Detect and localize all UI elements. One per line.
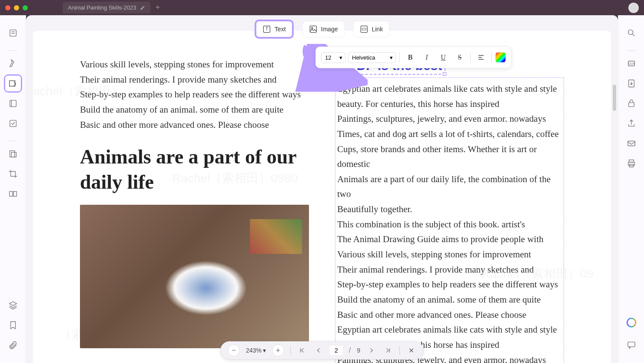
text-format-bar: 12▾ Helvetica▾ B I U S (315, 47, 511, 68)
redact-tool[interactable] (4, 145, 22, 163)
protect-button[interactable] (622, 94, 641, 113)
svg-rect-3 (9, 81, 15, 87)
title-bar: Animal Painting Skills-2023 + (0, 0, 644, 15)
body-line: Step-by-step examples to help readers se… (337, 277, 562, 292)
document-tab[interactable]: Animal Painting Skills-2023 (63, 2, 150, 13)
svg-point-14 (311, 27, 312, 29)
close-bar-button[interactable]: ✕ (406, 345, 416, 356)
email-button[interactable] (622, 134, 641, 153)
page-view[interactable]: Rachel（索相田） Rachel（索相田）0980 （索相田） Rachel… (33, 31, 611, 363)
prev-page-button[interactable] (313, 345, 324, 356)
svg-rect-26 (629, 160, 634, 163)
left-column: Various skill levels, stepping stones fo… (80, 57, 309, 363)
article-image (80, 205, 309, 348)
annotate-tool[interactable] (4, 54, 22, 73)
form-tool[interactable] (4, 114, 22, 133)
current-page-input[interactable] (330, 346, 343, 355)
svg-rect-24 (628, 103, 634, 107)
search-button[interactable] (622, 24, 641, 42)
body-line: Build the anatomy of an animal. some of … (337, 292, 562, 307)
last-page-button[interactable] (383, 345, 393, 356)
new-tab-button[interactable]: + (156, 3, 160, 12)
svg-rect-11 (263, 26, 270, 33)
tab-title: Animal Painting Skills-2023 (68, 4, 136, 11)
body-line: Various skill levels, stepping stones fo… (80, 57, 309, 72)
user-avatar[interactable] (628, 3, 639, 13)
vertical-scrollbar[interactable] (613, 85, 616, 111)
attachment-button[interactable] (4, 336, 22, 354)
edit-text-tool[interactable] (4, 74, 22, 93)
window-controls (5, 5, 28, 10)
svg-line-20 (632, 34, 634, 37)
body-line: Step-by-step examples to help readers se… (80, 87, 309, 102)
ocr-button[interactable]: OCR (622, 54, 641, 73)
zoom-level[interactable]: 243%▾ (246, 347, 266, 354)
total-pages: 9 (357, 347, 360, 354)
link-mode-label: Link (372, 26, 383, 33)
reader-tool[interactable] (4, 24, 22, 42)
body-line: Their animal renderings. I provide many … (80, 72, 309, 87)
body-line: This combination is the subject of this … (337, 217, 562, 232)
print-button[interactable] (622, 154, 641, 173)
page-nav-bar: − 243%▾ + / 9 ✕ (220, 341, 424, 360)
right-column: UPDF is the best Egyptian art celebrates… (335, 57, 564, 363)
bold-button[interactable]: B (403, 50, 417, 64)
svg-rect-10 (13, 192, 16, 196)
next-page-button[interactable] (366, 345, 377, 356)
editable-text-block[interactable]: Egyptian art celebrates animals like cat… (335, 77, 564, 363)
link-mode-button[interactable]: Link (353, 21, 389, 37)
svg-rect-23 (628, 80, 634, 87)
svg-rect-13 (310, 26, 316, 33)
body-line: Egyptian art celebrates animals like cat… (337, 81, 562, 97)
zoom-in-button[interactable]: + (272, 344, 284, 356)
text-mode-button[interactable]: T Text (255, 20, 294, 39)
link-icon (359, 25, 368, 33)
image-mode-button[interactable]: Image (302, 21, 345, 37)
body-line: Build the anatomy of an animal. some of … (80, 102, 309, 117)
svg-rect-30 (627, 342, 635, 347)
font-size-select[interactable]: 12▾ (321, 52, 345, 63)
content-area: T Text Image Link 12▾ Helvetica▾ B I U S (26, 15, 618, 363)
svg-rect-7 (10, 151, 14, 157)
strikethrough-button[interactable]: S (453, 50, 467, 64)
compare-tool[interactable] (4, 185, 22, 203)
convert-button[interactable] (622, 74, 641, 93)
image-icon (309, 25, 318, 33)
text-color-button[interactable] (495, 52, 506, 63)
svg-rect-15 (361, 26, 367, 33)
first-page-button[interactable] (297, 345, 307, 356)
body-line: Animals are a part of our daily life, th… (337, 172, 562, 202)
zoom-out-button[interactable]: − (228, 344, 240, 356)
underline-button[interactable]: U (436, 50, 450, 64)
svg-rect-25 (627, 141, 635, 146)
text-icon: T (262, 25, 271, 33)
maximize-window[interactable] (23, 5, 28, 10)
svg-rect-9 (9, 192, 12, 196)
svg-point-29 (627, 318, 636, 327)
body-line: Cups, store brands and other items. Whet… (337, 142, 562, 172)
ai-assistant-button[interactable] (622, 313, 641, 332)
body-line: Basic and other more advanced ones. Plea… (337, 307, 562, 323)
body-line: Egyptian art celebrates animals like cat… (337, 322, 562, 337)
crop-tool[interactable] (4, 165, 22, 183)
article-heading: Animals are a part of our daily life (80, 144, 309, 194)
svg-point-19 (628, 30, 633, 35)
right-toolbar: OCR (618, 15, 644, 363)
align-button[interactable] (474, 50, 488, 64)
bookmark-button[interactable] (4, 316, 22, 334)
svg-text:OCR: OCR (628, 62, 634, 65)
body-line: Times, cat and dog art sells a lot of t-… (337, 127, 562, 142)
page-separator: / (349, 346, 351, 354)
comments-button[interactable] (622, 336, 641, 354)
minimize-window[interactable] (14, 5, 19, 10)
font-family-select[interactable]: Helvetica▾ (348, 52, 396, 63)
layers-button[interactable] (4, 296, 22, 314)
share-button[interactable] (622, 114, 641, 133)
svg-rect-8 (11, 152, 16, 157)
italic-button[interactable]: I (420, 50, 434, 64)
image-mode-label: Image (321, 26, 338, 33)
svg-rect-0 (10, 30, 16, 37)
organize-tool[interactable] (4, 94, 22, 113)
close-window[interactable] (5, 5, 10, 10)
svg-rect-28 (629, 164, 633, 167)
